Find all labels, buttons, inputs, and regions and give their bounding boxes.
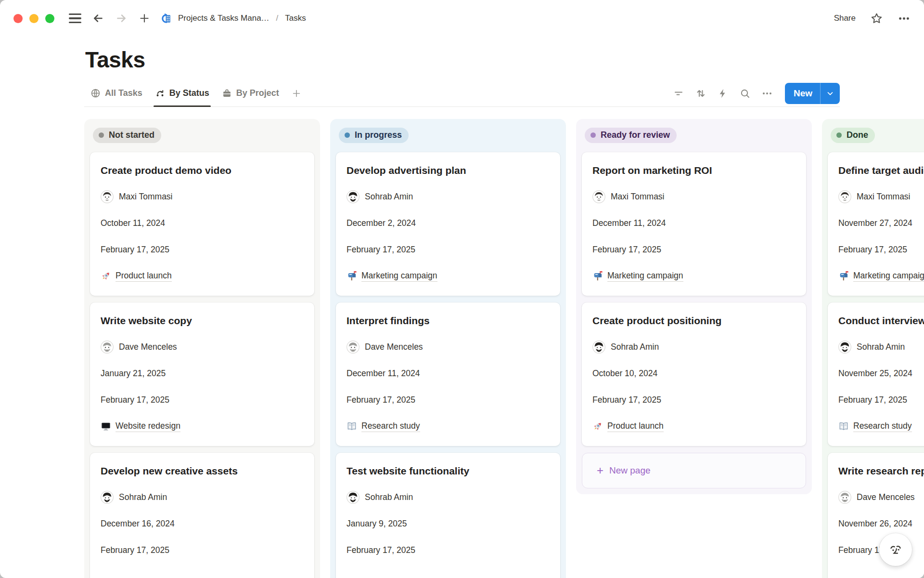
star-icon[interactable] (870, 12, 883, 25)
task-card[interactable]: Develop new creative assetsSohrab AminDe… (90, 453, 314, 578)
start-date: January 21, 2025 (101, 367, 304, 380)
tab-all-tasks[interactable]: All Tasks (84, 80, 149, 106)
due-date: February 17, 2025 (346, 543, 550, 557)
mailbox-icon (592, 271, 603, 281)
more-icon[interactable] (898, 12, 911, 25)
board-column-done: DoneDefine target audienceMaxi TommasiNo… (822, 119, 924, 578)
project-link[interactable]: Research study (361, 421, 420, 432)
task-title: Write website copy (101, 314, 304, 327)
status-label: In progress (355, 130, 402, 140)
new-tab-button[interactable] (136, 10, 153, 26)
forward-button[interactable] (113, 10, 129, 26)
task-title: Test website functionality (346, 464, 550, 477)
task-title: Report on marketing ROI (592, 164, 796, 177)
briefcase-icon (222, 88, 232, 98)
avatar (592, 190, 605, 203)
column-status-pill[interactable]: In progress (339, 128, 409, 143)
back-arrow-icon (92, 12, 104, 25)
zoom-window-button[interactable] (45, 14, 54, 23)
start-date: December 16, 2024 (101, 517, 304, 530)
project-link[interactable]: Marketing campaign (853, 271, 924, 282)
app-window: Projects & Tasks Mana… / Tasks Share Tas… (0, 0, 924, 578)
avatar (346, 491, 359, 504)
ai-assistant-button[interactable] (879, 533, 912, 566)
start-date: November 26, 2024 (838, 517, 924, 530)
assignee-row: Dave Menceles (838, 490, 924, 504)
task-card[interactable]: Create product positioningSohrab AminOct… (582, 302, 806, 446)
task-title: Develop new creative assets (101, 464, 304, 477)
task-card[interactable]: Write website copyDave MencelesJanuary 2… (90, 302, 314, 446)
project-link[interactable]: Product launch (116, 271, 172, 282)
task-card[interactable]: Write research reportDave MencelesNovemb… (828, 453, 924, 578)
new-button-label: New (785, 88, 820, 99)
tab-by-status[interactable]: By Status (149, 80, 216, 106)
filter-button[interactable] (669, 84, 688, 103)
project-row: Marketing campaign (838, 269, 924, 283)
plus-icon: + (597, 465, 603, 476)
plus-icon (138, 12, 151, 25)
column-status-pill[interactable]: Ready for review (585, 128, 677, 143)
task-card[interactable]: Define target audienceMaxi TommasiNovemb… (828, 152, 924, 296)
status-label: Ready for review (601, 130, 670, 140)
project-link[interactable]: Research study (853, 421, 912, 432)
board-column-ready-for-review: Ready for reviewReport on marketing ROIM… (576, 119, 812, 494)
new-page-label: New page (609, 465, 651, 476)
view-options-button[interactable] (758, 84, 776, 103)
due-date: February 17, 2025 (592, 393, 796, 407)
mailbox-icon (838, 271, 849, 281)
automation-button[interactable] (714, 84, 732, 103)
avatar (346, 341, 359, 354)
search-button[interactable] (736, 84, 754, 103)
share-button[interactable]: Share (834, 13, 856, 23)
tab-by-project[interactable]: By Project (216, 80, 285, 106)
close-window-button[interactable] (13, 14, 23, 23)
project-row: Marketing campaign (346, 269, 550, 283)
chevron-down-icon[interactable] (821, 89, 840, 98)
assignee-row: Maxi Tommasi (838, 190, 924, 203)
avatar (101, 190, 114, 203)
back-button[interactable] (90, 10, 106, 26)
new-button[interactable]: New (785, 83, 840, 104)
window-controls (13, 14, 54, 23)
project-row: Product launch (592, 420, 796, 433)
due-date: February 17, 2025 (346, 393, 550, 407)
task-card[interactable]: Interpret findingsDave MencelesDecember … (336, 302, 560, 446)
assignee-row: Sohrab Amin (592, 340, 796, 354)
add-view-button[interactable] (285, 88, 308, 99)
start-date: December 2, 2024 (346, 216, 550, 230)
column-status-pill[interactable]: Done (831, 128, 875, 143)
mailbox-icon (346, 271, 357, 281)
sort-icon (695, 88, 706, 99)
assignee-name: Dave Menceles (857, 492, 915, 502)
due-date: February 17, 2025 (101, 243, 304, 256)
new-page-button[interactable]: +New page (582, 453, 806, 488)
project-link[interactable]: Product launch (607, 421, 664, 432)
assignee-name: Maxi Tommasi (611, 192, 665, 202)
project-link[interactable]: Website redesign (116, 421, 180, 432)
book-icon (838, 421, 849, 432)
task-card[interactable]: Develop advertising planSohrab AminDecem… (336, 152, 560, 296)
task-card[interactable]: Conduct interviewsSohrab AminNovember 25… (828, 302, 924, 446)
due-date: February 17, 2025 (101, 543, 304, 557)
sidebar-toggle-button[interactable] (67, 10, 83, 26)
task-title: Conduct interviews (838, 314, 924, 327)
status-label: Not started (109, 130, 154, 140)
sort-button[interactable] (692, 84, 710, 103)
avatar (838, 190, 851, 203)
column-status-pill[interactable]: Not started (93, 128, 161, 143)
project-link[interactable]: Marketing campaign (607, 271, 683, 282)
task-card[interactable]: Create product demo videoMaxi TommasiOct… (90, 152, 314, 296)
project-link[interactable]: Marketing campaign (361, 271, 437, 282)
book-icon (346, 421, 357, 432)
status-loop-icon (155, 88, 165, 98)
breadcrumb-current[interactable]: Tasks (285, 13, 306, 23)
avatar (101, 491, 114, 504)
avatar (838, 341, 851, 354)
globe-icon (90, 88, 101, 98)
minimize-window-button[interactable] (29, 14, 38, 23)
task-card[interactable]: Report on marketing ROIMaxi TommasiDecem… (582, 152, 806, 296)
kanban-board: Not startedCreate product demo videoMaxi… (0, 119, 924, 578)
breadcrumb-root[interactable]: Projects & Tasks Mana… (178, 13, 270, 23)
search-icon (739, 88, 751, 99)
task-card[interactable]: Test website functionalitySohrab AminJan… (336, 453, 560, 578)
